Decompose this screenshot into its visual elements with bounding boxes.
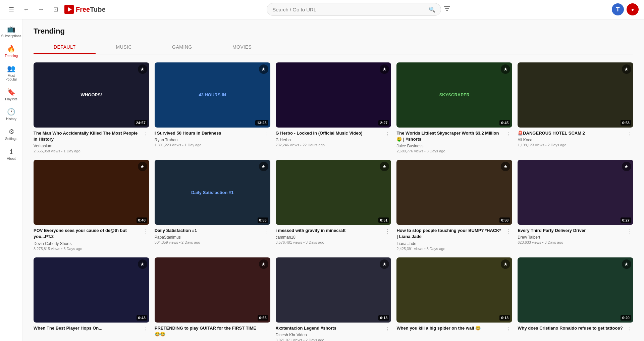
more-options-button[interactable]: ⋮ [264,130,270,138]
favorite-button[interactable]: ★ [380,259,389,269]
video-card-v15[interactable]: ★ 0:20 Why does Cristiano Ronaldo refuse… [518,257,633,341]
video-channel: Ali Koca [518,138,624,142]
more-options-button[interactable]: ⋮ [627,325,633,333]
tab-gaming[interactable]: GAMING [152,41,212,54]
sidebar-label-about: About [7,157,15,160]
video-channel: G Herbo [276,138,382,142]
video-info: Every Third Party Delivery Driver Drew T… [518,228,633,244]
more-options-button[interactable]: ⋮ [384,130,391,138]
video-card-v7[interactable]: Daily Satisfaction #1 ★ 0:56 Daily Satis… [155,160,270,250]
video-card-v14[interactable]: ★ 0:13 When you kill a big spider on the… [396,257,512,341]
sidebar-item-settings[interactable]: ⚙ Settings [1,124,21,144]
favorite-button[interactable]: ★ [259,162,268,171]
more-options-button[interactable]: ⋮ [143,228,149,235]
more-options-button[interactable]: ⋮ [505,228,512,235]
video-duration: 0:13 [499,315,510,321]
video-info: The Worlds Littlest Skyscraper Worth $3.… [396,130,512,153]
favorite-button[interactable]: ★ [622,259,631,269]
video-duration: 0:56 [258,217,268,223]
video-thumbnail: ★ 0:53 [518,62,633,128]
avatar-button[interactable]: T [612,3,624,15]
video-card-v13[interactable]: ★ 0:13 Xxxtentacion Legend #shorts Dines… [276,257,391,341]
notification-button[interactable]: ● [627,3,639,15]
sidebar-label-trending: Trending [5,54,18,58]
more-options-button[interactable]: ⋮ [143,325,149,333]
logo: FreeTube [64,5,106,14]
video-card-v3[interactable]: ★ 2:27 G Herbo - Locked In (Official Mus… [276,62,391,153]
video-info: I Survived 50 Hours in Darkness Ryan Tra… [155,130,270,147]
more-options-button[interactable]: ⋮ [505,325,512,333]
favorite-button[interactable]: ★ [501,64,510,74]
video-thumbnail: ★ 0:13 [276,257,391,323]
favorite-button[interactable]: ★ [622,64,631,74]
video-meta: 2,680,776 views • 3 Days ago [396,149,503,153]
video-card-v1[interactable]: WHOOPS! ★ 24:57 The Man Who Accidentally… [34,62,149,153]
more-options-button[interactable]: ⋮ [384,228,391,235]
favorite-button[interactable]: ★ [259,64,268,74]
video-card-v6[interactable]: ★ 0:48 POV Everyone sees your cause of d… [34,160,149,250]
video-channel: Liana Jade [396,241,503,246]
video-meta: 232,246 views • 22 Hours ago [276,143,382,147]
video-title: When The Best Player Hops On... [34,325,140,331]
video-thumbnail: ★ 0:27 [518,160,633,225]
video-card-v4[interactable]: SKYSCRAPER ★ 0:45 The Worlds Littlest Sk… [396,62,512,153]
video-card-v2[interactable]: 43 HOURS IN ★ 13:23 I Survived 50 Hours … [155,62,270,153]
more-options-button[interactable]: ⋮ [264,228,270,235]
favorite-button[interactable]: ★ [138,162,147,171]
video-title: i messed with gravity in minecraft [276,228,382,234]
video-card-v5[interactable]: ★ 0:53 🚨DANGEROUS HOTEL SCAM 2 Ali Koca … [518,62,633,153]
video-info: i messed with gravity in minecraft camma… [276,228,391,244]
more-options-button[interactable]: ⋮ [384,325,391,333]
forward-button[interactable]: → [35,3,47,15]
sidebar-item-playlists[interactable]: 🔖 Playlists [1,85,21,104]
video-meta: 2,655,958 views • 1 Day ago [34,149,140,153]
favorite-button[interactable]: ★ [501,259,510,269]
video-card-v12[interactable]: ★ 0:55 PRETENDING to play GUITAR for the… [155,257,270,341]
video-card-v11[interactable]: ★ 0:43 When The Best Player Hops On... ⋮ [34,257,149,341]
search-input[interactable] [272,7,429,12]
video-details: POV Everyone sees your cause of de@th bu… [34,228,140,250]
favorite-button[interactable]: ★ [138,259,147,269]
filter-button[interactable] [444,3,450,16]
menu-button[interactable]: ☰ [5,3,17,15]
video-details: PRETENDING to play GUITAR for the FIRST … [155,325,261,339]
sidebar-item-trending[interactable]: 🔥 Trending [1,41,21,61]
sidebar-label-most-popular: Most Popular [3,74,19,81]
search-button[interactable]: 🔍 [429,6,435,13]
sidebar-item-most-popular[interactable]: 👥 Most Popular [1,61,21,85]
tab-movies[interactable]: MOVIES [212,41,272,54]
more-options-button[interactable]: ⋮ [627,228,633,235]
video-info: How to stop people touching your BUMP? *… [396,228,512,250]
video-thumbnail: WHOOPS! ★ 24:57 [34,62,149,128]
video-thumbnail: ★ 2:27 [276,62,391,128]
video-thumbnail: ★ 0:51 [276,160,391,225]
video-details: The Worlds Littlest Skyscraper Worth $3.… [396,130,503,153]
video-duration: 0:51 [378,217,389,223]
video-meta: 3,021,071 views • 2 Days ago [276,338,382,341]
miniplayer-button[interactable]: ⊡ [50,3,62,15]
back-button[interactable]: ← [20,3,32,15]
about-icon: ℹ [10,147,13,155]
video-duration: 0:27 [621,217,631,223]
video-card-v10[interactable]: ★ 0:27 Every Third Party Delivery Driver… [518,160,633,250]
sidebar-item-about[interactable]: ℹ About [1,144,21,164]
video-card-v9[interactable]: ★ 0:58 How to stop people touching your … [396,160,512,250]
more-options-button[interactable]: ⋮ [505,130,512,138]
favorite-button[interactable]: ★ [259,259,268,269]
video-title: Every Third Party Delivery Driver [518,228,624,234]
favorite-button[interactable]: ★ [138,64,147,74]
video-title: PRETENDING to play GUITAR for the FIRST … [155,325,261,337]
sidebar-item-subscriptions[interactable]: 📺 Subscriptions [1,21,21,41]
video-info: The Man Who Accidentally Killed The Most… [34,130,149,153]
video-meta: 2,425,391 views • 3 Days ago [396,247,503,251]
tab-default[interactable]: DEFAULT [34,41,96,54]
video-card-v8[interactable]: ★ 0:51 i messed with gravity in minecraf… [276,160,391,250]
sidebar-item-history[interactable]: 🕐 History [1,104,21,124]
history-icon: 🕐 [7,108,15,116]
tab-music[interactable]: MUSIC [96,41,152,54]
more-options-button[interactable]: ⋮ [143,130,149,138]
video-details: Daily Satisfaction #1 PapaStanimus 504,3… [155,228,261,244]
more-options-button[interactable]: ⋮ [627,130,633,138]
video-info: PRETENDING to play GUITAR for the FIRST … [155,325,270,339]
more-options-button[interactable]: ⋮ [264,325,270,333]
